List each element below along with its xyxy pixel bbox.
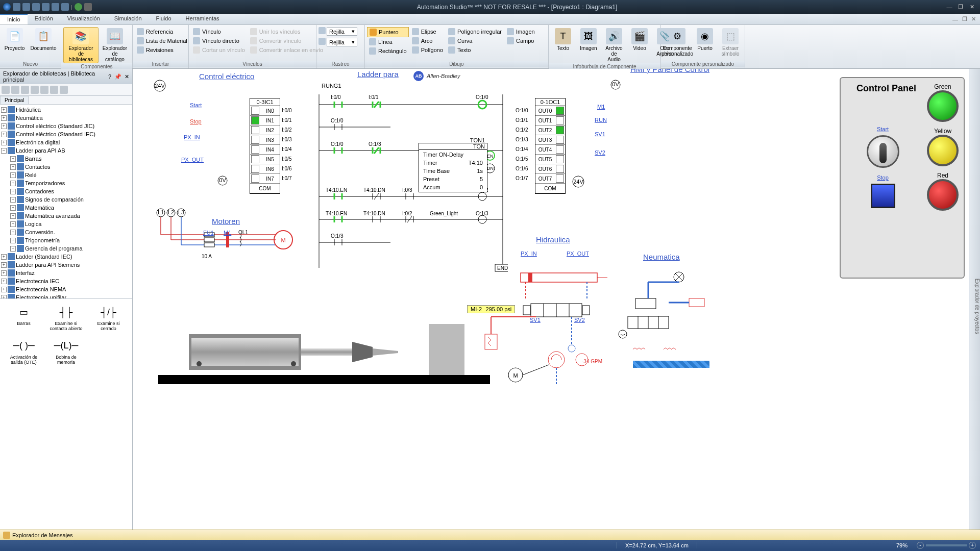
- convertir-vinculo-button[interactable]: Convertir vínculo: [248, 36, 325, 45]
- rejilla-dropdown[interactable]: Rejilla▾: [327, 27, 357, 36]
- tree-node[interactable]: +Matemática avanzada: [1, 212, 131, 220]
- tree-node[interactable]: +Signos de comparación: [1, 195, 131, 204]
- preview-item[interactable]: ─(L)─Bobina de memoria: [46, 337, 86, 367]
- qat-icon[interactable]: [13, 3, 20, 11]
- tree-node[interactable]: +Matemática: [1, 204, 131, 212]
- componente-pers-button[interactable]: ⚙Componente personalizado: [663, 27, 692, 58]
- puerto-button[interactable]: ◉Puerto: [693, 27, 717, 52]
- play-icon[interactable]: [75, 3, 82, 11]
- preview-item[interactable]: ─( )─Activación de salida (OTE): [4, 337, 43, 367]
- preview-item[interactable]: ┤├Examine si contacto abierto: [46, 303, 86, 334]
- tree-node[interactable]: +Barras: [1, 155, 131, 163]
- cortar-vinculo-button[interactable]: Cortar un vínculo: [191, 45, 247, 55]
- tab-edicion[interactable]: Edición: [28, 14, 60, 24]
- tb-icon[interactable]: [21, 86, 29, 94]
- tree-node[interactable]: +Logica: [1, 220, 131, 228]
- unir-vinculos-button[interactable]: Unir los vínculos: [248, 27, 325, 36]
- tree-node[interactable]: +Conversión.: [1, 228, 131, 236]
- close-button[interactable]: ✕: [967, 4, 977, 11]
- pin-icon[interactable]: 📌: [114, 73, 121, 80]
- sub-max-icon[interactable]: ❐: [962, 16, 967, 22]
- puntero-button[interactable]: Puntero: [367, 27, 409, 37]
- tab-fluido[interactable]: Fluido: [149, 14, 179, 24]
- maximize-button[interactable]: ❐: [955, 4, 966, 11]
- proyecto-button[interactable]: 📄Proyecto: [2, 27, 27, 52]
- tree-node[interactable]: +Neumática: [1, 114, 131, 122]
- convertir-enlace-button[interactable]: Convertir enlace en envío: [248, 45, 325, 55]
- tree-node[interactable]: +Electrotecnia unifilar: [1, 293, 131, 298]
- qat-icon[interactable]: [52, 3, 59, 11]
- pin-icon[interactable]: ?: [108, 73, 111, 80]
- qat-icon[interactable]: [32, 3, 40, 11]
- tb-icon[interactable]: [50, 86, 58, 94]
- vinculo-button[interactable]: Vínculo: [191, 27, 247, 36]
- revisiones-button[interactable]: Revisiones: [135, 45, 189, 55]
- message-bar[interactable]: Explorador de Mensajes: [0, 530, 980, 540]
- curva-button[interactable]: Curva: [446, 36, 504, 45]
- tree-node[interactable]: +Electrotecnia IEC: [1, 277, 131, 285]
- extraer-simbolo-button[interactable]: ⬚Extraer símbolo: [718, 27, 743, 58]
- sub-min-icon[interactable]: —: [952, 16, 958, 22]
- catalog-explorer-button[interactable]: 📖Explorador de catálogo: [100, 27, 130, 63]
- elipse-button[interactable]: Elipse: [410, 27, 445, 36]
- texto-info-button[interactable]: TTexto: [551, 27, 575, 52]
- tb-icon[interactable]: [2, 86, 10, 94]
- zoom-in-button[interactable]: +: [969, 542, 976, 549]
- rejilla-dropdown[interactable]: Rejilla▾: [327, 38, 357, 46]
- panel-tab-principal[interactable]: Principal: [0, 96, 29, 104]
- tree-node[interactable]: +Relé: [1, 171, 131, 179]
- imagen-info-button[interactable]: 🖼Imagen: [576, 27, 601, 52]
- stop-button[interactable]: [871, 184, 895, 208]
- tb-icon[interactable]: [31, 86, 39, 94]
- imagen-button[interactable]: Imagen: [505, 27, 537, 36]
- campo-button[interactable]: Campo: [505, 36, 537, 45]
- tab-simulacion[interactable]: Simulación: [107, 14, 149, 24]
- tab-inicio[interactable]: Inicio: [0, 14, 28, 24]
- tree-node[interactable]: +Interfaz: [1, 269, 131, 277]
- arco-button[interactable]: Arco: [410, 36, 445, 45]
- close-panel-icon[interactable]: ✕: [125, 73, 129, 80]
- rectangulo-button[interactable]: Rectángulo: [367, 46, 409, 56]
- tree-node[interactable]: +Ladder para API Siemens: [1, 261, 131, 269]
- tab-visualizacion[interactable]: Visualización: [60, 14, 107, 24]
- tree-node[interactable]: +Temporizadores: [1, 179, 131, 187]
- poligono-button[interactable]: Polígono: [410, 45, 445, 55]
- video-info-button[interactable]: 🎬Video: [627, 27, 652, 52]
- start-switch[interactable]: [867, 135, 899, 168]
- preview-item[interactable]: ┤/├Examine si cerrado: [89, 303, 128, 334]
- lib-explorer-button[interactable]: 📚Explorador de bibliotecas: [63, 27, 99, 63]
- vinculo-directo-button[interactable]: Vínculo directo: [191, 36, 247, 45]
- tree-node[interactable]: +Electrotecnia NEMA: [1, 285, 131, 293]
- zoom-out-button[interactable]: -: [917, 542, 924, 549]
- diagram-canvas[interactable]: Control eléctrico Ladder para ABAllen-Br…: [133, 69, 980, 538]
- tb-icon[interactable]: [11, 86, 19, 94]
- qat-icon[interactable]: [42, 3, 50, 11]
- tree-node[interactable]: +Electrónica digital: [1, 138, 131, 146]
- qat-icon[interactable]: [84, 3, 92, 11]
- audio-info-button[interactable]: 🔊Archivo de Audio: [602, 27, 626, 63]
- app-icon[interactable]: [3, 3, 11, 11]
- zoom-slider[interactable]: [926, 544, 967, 546]
- tb-icon[interactable]: [60, 86, 68, 94]
- linea-button[interactable]: Línea: [367, 37, 409, 46]
- qat-icon[interactable]: [61, 3, 69, 11]
- library-tree[interactable]: +Hidráulica+Neumática+Control eléctrico …: [0, 105, 132, 298]
- preview-item[interactable]: ▭Barras: [4, 303, 43, 334]
- qat-icon[interactable]: [22, 3, 30, 11]
- referencia-button[interactable]: Referencia: [135, 27, 189, 36]
- tree-node[interactable]: +Control eléctrico (Standard JIC): [1, 122, 131, 130]
- tree-node[interactable]: +Control eléctrico (Standard IEC): [1, 130, 131, 138]
- tab-herramientas[interactable]: Herramientas: [179, 14, 227, 24]
- lista-material-button[interactable]: Lista de Material: [135, 36, 189, 45]
- minimize-button[interactable]: —: [944, 4, 954, 11]
- tree-node[interactable]: +Contadores: [1, 187, 131, 195]
- sub-close-icon[interactable]: ✕: [971, 16, 976, 22]
- right-dock-tab[interactable]: Explorador de proyectos: [969, 69, 980, 538]
- texto-button[interactable]: Texto: [446, 45, 504, 55]
- tree-node[interactable]: +Ladder (Standard IEC): [1, 253, 131, 261]
- documento-button[interactable]: 📋Documento: [28, 27, 59, 52]
- poligono-irr-button[interactable]: Polígono irregular: [446, 27, 504, 36]
- tree-node[interactable]: +Trigonometría: [1, 236, 131, 244]
- tree-node[interactable]: +Gerencia del programa: [1, 244, 131, 253]
- tree-node[interactable]: −Ladder para API AB: [1, 146, 131, 155]
